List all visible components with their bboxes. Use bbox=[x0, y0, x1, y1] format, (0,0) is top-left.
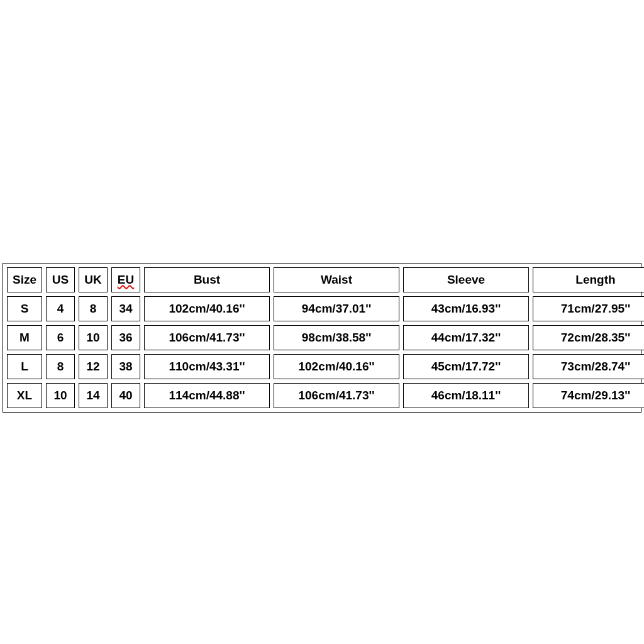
table-row: S 4 8 34 102cm/40.16'' 94cm/37.01'' 43cm… bbox=[7, 296, 644, 321]
header-row: Size US UK EU Bust Waist Sleeve Length bbox=[7, 267, 644, 292]
table-header: Size US UK EU Bust Waist Sleeve Length bbox=[7, 267, 644, 292]
header-bust: Bust bbox=[144, 267, 270, 292]
cell-sleeve: 46cm/18.11'' bbox=[403, 383, 529, 408]
cell-length: 71cm/27.95'' bbox=[533, 296, 644, 321]
header-sleeve: Sleeve bbox=[403, 267, 529, 292]
header-length: Length bbox=[533, 267, 644, 292]
size-chart-table: Size US UK EU Bust Waist Sleeve Length S… bbox=[3, 264, 644, 412]
cell-bust: 110cm/43.31'' bbox=[144, 354, 270, 379]
cell-waist: 94cm/37.01'' bbox=[274, 296, 399, 321]
cell-size: XL bbox=[7, 383, 42, 408]
size-chart-container: Size US UK EU Bust Waist Sleeve Length S… bbox=[3, 263, 641, 413]
cell-length: 74cm/29.13'' bbox=[533, 383, 644, 408]
cell-size: M bbox=[7, 325, 42, 350]
cell-waist: 98cm/38.58'' bbox=[274, 325, 399, 350]
cell-eu: 36 bbox=[111, 325, 140, 350]
cell-length: 72cm/28.35'' bbox=[533, 325, 644, 350]
cell-eu: 40 bbox=[111, 383, 140, 408]
cell-eu: 34 bbox=[111, 296, 140, 321]
header-size: Size bbox=[7, 267, 42, 292]
cell-us: 10 bbox=[46, 383, 75, 408]
cell-us: 6 bbox=[46, 325, 75, 350]
cell-uk: 14 bbox=[79, 383, 108, 408]
header-uk: UK bbox=[79, 267, 108, 292]
cell-bust: 106cm/41.73'' bbox=[144, 325, 270, 350]
cell-eu: 38 bbox=[111, 354, 140, 379]
header-us: US bbox=[46, 267, 75, 292]
table-row: M 6 10 36 106cm/41.73'' 98cm/38.58'' 44c… bbox=[7, 325, 644, 350]
cell-length: 73cm/28.74'' bbox=[533, 354, 644, 379]
table-row: XL 10 14 40 114cm/44.88'' 106cm/41.73'' … bbox=[7, 383, 644, 408]
cell-sleeve: 43cm/16.93'' bbox=[403, 296, 529, 321]
cell-waist: 106cm/41.73'' bbox=[274, 383, 399, 408]
cell-us: 4 bbox=[46, 296, 75, 321]
cell-sleeve: 44cm/17.32'' bbox=[403, 325, 529, 350]
header-eu: EU bbox=[111, 267, 140, 292]
header-eu-text: EU bbox=[118, 273, 134, 286]
cell-bust: 102cm/40.16'' bbox=[144, 296, 270, 321]
cell-waist: 102cm/40.16'' bbox=[274, 354, 399, 379]
cell-us: 8 bbox=[46, 354, 75, 379]
table-row: L 8 12 38 110cm/43.31'' 102cm/40.16'' 45… bbox=[7, 354, 644, 379]
cell-size: S bbox=[7, 296, 42, 321]
header-waist: Waist bbox=[274, 267, 399, 292]
cell-uk: 10 bbox=[79, 325, 108, 350]
cell-size: L bbox=[7, 354, 42, 379]
cell-uk: 12 bbox=[79, 354, 108, 379]
cell-sleeve: 45cm/17.72'' bbox=[403, 354, 529, 379]
cell-uk: 8 bbox=[79, 296, 108, 321]
page: Size US UK EU Bust Waist Sleeve Length S… bbox=[0, 0, 644, 644]
table-body: S 4 8 34 102cm/40.16'' 94cm/37.01'' 43cm… bbox=[7, 296, 644, 408]
cell-bust: 114cm/44.88'' bbox=[144, 383, 270, 408]
